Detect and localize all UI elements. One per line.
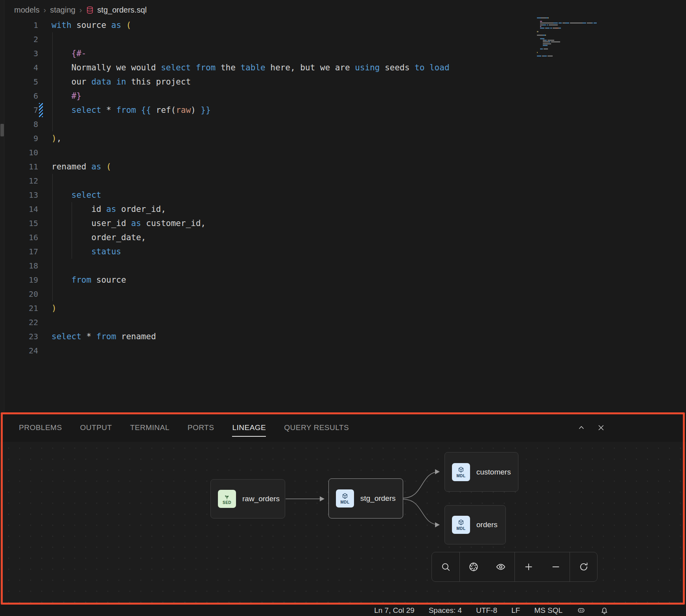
breadcrumb: models›staging›stg_orders.sql [14,0,147,20]
status-item-ln-7-col-29[interactable]: Ln 7, Col 29 [374,606,414,615]
lineage-node-orders[interactable]: MDLorders [444,505,506,544]
lineage-canvas[interactable]: SEDraw_ordersMDLstg_ordersMDLcustomersMD… [0,442,686,605]
panel-actions [577,414,605,442]
code-line[interactable]: select * from {{ ref(raw) }} [52,103,450,117]
database-icon [86,6,94,14]
lineage-node-customers[interactable]: MDLcustomers [444,452,518,492]
editor-area[interactable]: models›staging›stg_orders.sql 1234567891… [0,0,686,413]
vscode-window: models›staging›stg_orders.sql 1234567891… [0,0,686,616]
lineage-toolbar [432,552,597,582]
code-line[interactable] [52,315,450,329]
line-number[interactable]: 22 [0,315,38,329]
code-line[interactable] [52,145,450,160]
panel-tab-terminal[interactable]: TERMINAL [130,414,170,442]
line-number[interactable]: 14 [0,202,38,216]
panel-tab-output[interactable]: OUTPUT [80,414,112,442]
lineage-node-label: raw_orders [242,495,280,503]
code-line[interactable]: ) [52,301,450,315]
bottom-panel: PROBLEMSOUTPUTTERMINALPORTSLINEAGEQUERY … [0,413,686,605]
line-number[interactable]: 3 [0,46,38,61]
lineage-node-label: orders [476,520,498,529]
code-line[interactable]: user_id as customer_id, [52,216,450,230]
code-line[interactable]: with source as ( [52,18,450,32]
line-number[interactable]: 19 [0,273,38,287]
copilot-icon[interactable] [577,606,586,615]
status-item-ms-sql[interactable]: MS SQL [534,606,562,615]
bell-icon[interactable] [600,606,609,615]
code-line[interactable] [52,32,450,46]
code-line[interactable]: select [52,188,450,202]
line-number[interactable]: 12 [0,174,38,188]
panel-tab-lineage[interactable]: LINEAGE [232,414,266,442]
lineage-node-raw_orders[interactable]: SEDraw_orders [210,479,285,519]
line-number[interactable]: 4 [0,61,38,75]
line-number[interactable]: 17 [0,245,38,259]
model-badge-icon: MDL [336,489,354,508]
close-icon[interactable] [597,423,605,432]
model-badge-icon: MDL [452,463,470,481]
line-number[interactable]: 20 [0,287,38,301]
code-line[interactable] [52,117,450,131]
code-line[interactable] [52,259,450,273]
line-number[interactable]: 10 [0,145,38,160]
zoom-in-button[interactable] [514,552,542,581]
lineage-node-stg_orders[interactable]: MDLstg_orders [328,478,403,519]
line-number[interactable]: 11 [0,160,38,174]
breadcrumb-separator-icon: › [43,6,46,15]
breadcrumb-separator-icon: › [79,6,82,15]
panel-tab-ports[interactable]: PORTS [188,414,214,442]
line-number[interactable]: 6 [0,89,38,103]
breadcrumb-file[interactable]: stg_orders.sql [86,6,147,15]
status-bar: Ln 7, Col 29Spaces: 4UTF-8LFMS SQL [0,605,686,616]
code-line[interactable] [52,287,450,301]
line-number[interactable]: 9 [0,131,38,145]
code-line[interactable]: {#- [52,46,450,61]
code-line[interactable]: status [52,245,450,259]
model-badge-icon: MDL [452,516,470,534]
code-line[interactable] [52,174,450,188]
line-number[interactable]: 15 [0,216,38,230]
gutter-change-marker [39,103,43,117]
breadcrumb-item-staging[interactable]: staging [50,6,76,15]
search-button[interactable] [432,552,459,581]
lineage-node-label: stg_orders [360,494,396,503]
code-line[interactable]: ), [52,131,450,145]
code-line[interactable]: order_date, [52,230,450,245]
status-item-utf-8[interactable]: UTF-8 [476,606,497,615]
breadcrumb-item-models[interactable]: models [14,6,39,15]
code-line[interactable]: id as order_id, [52,202,450,216]
zoom-out-button[interactable] [542,552,570,581]
lineage-node-label: customers [476,468,511,476]
panel-tab-problems[interactable]: PROBLEMS [19,414,62,442]
code-line[interactable]: from source [52,273,450,287]
code-line[interactable]: our data in this project [52,75,450,89]
panel-tab-query-results[interactable]: QUERY RESULTS [284,414,349,442]
code-line[interactable]: renamed as ( [52,160,450,174]
status-item-lf[interactable]: LF [511,606,520,615]
code-line[interactable]: select * from renamed [52,329,450,344]
line-number[interactable]: 16 [0,230,38,245]
code-line[interactable] [52,344,450,358]
eye-button[interactable] [487,552,514,581]
line-number[interactable]: 18 [0,259,38,273]
gutter[interactable]: 123456789101112131415161718192021222324 [0,18,38,358]
line-number[interactable]: 5 [0,75,38,89]
code-line[interactable]: Normally we would select from the table … [52,61,450,75]
status-item-spaces-4[interactable]: Spaces: 4 [429,606,462,615]
line-number[interactable]: 8 [0,117,38,131]
aperture-button[interactable] [459,552,487,581]
line-number[interactable]: 13 [0,188,38,202]
line-number[interactable]: 23 [0,329,38,344]
minimap[interactable] [537,17,602,59]
refresh-button[interactable] [570,552,597,581]
line-number[interactable]: 2 [0,32,38,46]
seed-badge-icon: SED [218,490,236,508]
breadcrumb-filename: stg_orders.sql [97,6,147,15]
line-number[interactable]: 24 [0,344,38,358]
chevron-up-icon[interactable] [577,423,586,432]
line-number[interactable]: 7 [0,103,38,117]
line-number[interactable]: 1 [0,18,38,32]
code-line[interactable]: #} [52,89,450,103]
line-number[interactable]: 21 [0,301,38,315]
code-editor[interactable]: with source as ( {#- Normally we would s… [52,18,450,358]
